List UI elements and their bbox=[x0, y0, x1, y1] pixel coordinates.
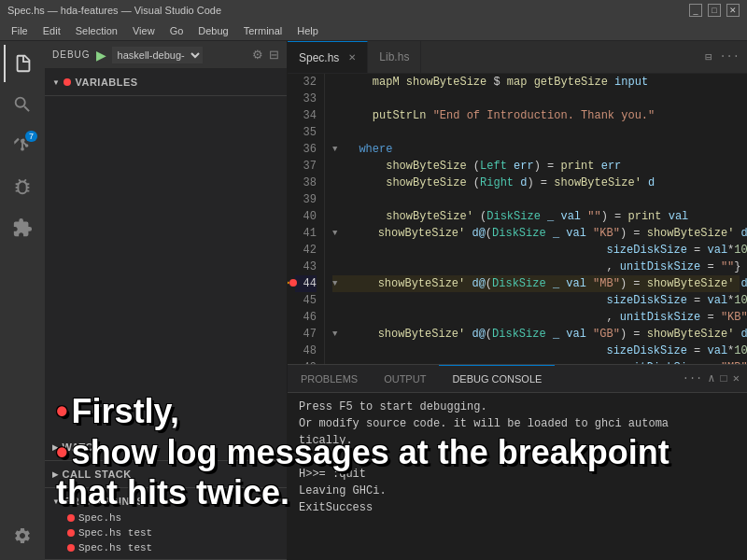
menu-bar: File Edit Selection View Go Debug Termin… bbox=[0, 21, 747, 41]
terminal-line-3: tically. bbox=[299, 432, 736, 449]
variables-label: VARIABLES bbox=[75, 77, 137, 88]
variables-triangle: ▼ bbox=[52, 78, 60, 87]
terminal-line-5: H>>= :quit bbox=[299, 466, 736, 483]
menu-go[interactable]: Go bbox=[162, 23, 191, 38]
variables-header[interactable]: ▼ VARIABLES bbox=[52, 73, 279, 91]
debug-config-select[interactable]: haskell-debug- bbox=[112, 47, 203, 63]
debug-play-button[interactable]: ▶ bbox=[96, 48, 106, 63]
tab-lib-hs[interactable]: Lib.hs bbox=[368, 41, 421, 73]
menu-debug[interactable]: Debug bbox=[190, 23, 235, 38]
code-line-37: showByteSize (Left err) = print err bbox=[332, 158, 740, 175]
activity-git[interactable]: 7 bbox=[4, 127, 41, 164]
call-stack-label: CALL STACK bbox=[63, 469, 132, 480]
panel-menu-icon[interactable]: ··· bbox=[683, 372, 703, 385]
bp-label-1: Spec.hs bbox=[78, 512, 121, 524]
breakpoint-item-3[interactable]: Spec.hs test bbox=[52, 540, 279, 555]
code-line-48: sizeDiskSize = val*1024 bbox=[332, 343, 740, 359]
panel-tab-debug-console[interactable]: DEBUG CONSOLE bbox=[439, 365, 555, 392]
watch-label: WATCH bbox=[63, 441, 102, 453]
bp-dot-2 bbox=[67, 529, 75, 537]
activity-search[interactable] bbox=[4, 86, 41, 123]
line-48: 48 bbox=[295, 343, 317, 359]
line-41: 41 bbox=[295, 225, 317, 242]
title-text: Spec.hs — hda-features — Visual Studio C… bbox=[7, 5, 221, 16]
watch-header[interactable]: ▶ WATCH bbox=[52, 438, 279, 456]
activity-debug[interactable] bbox=[4, 168, 41, 205]
code-line-42: sizeDiskSize = val*1024 bbox=[332, 242, 740, 259]
panel-tabs: PROBLEMS OUTPUT DEBUG CONSOLE ··· ∧ □ ✕ bbox=[288, 365, 747, 393]
close-button[interactable]: ✕ bbox=[726, 4, 740, 17]
tab-spacer bbox=[421, 41, 698, 73]
terminal-line-1: Press F5 to start debugging. bbox=[299, 399, 736, 415]
variables-panel: ▼ VARIABLES bbox=[45, 69, 287, 96]
panel-tab-problems[interactable]: PROBLEMS bbox=[288, 365, 371, 392]
tab-spec-hs[interactable]: Spec.hs ✕ bbox=[288, 41, 368, 73]
breakpoint-item-1[interactable]: Spec.hs bbox=[52, 511, 279, 525]
debug-toolbar: DEBUG ▶ haskell-debug- ⚙ ⊟ bbox=[45, 41, 287, 69]
watch-triangle: ▶ bbox=[52, 443, 59, 452]
tab-lib-hs-label: Lib.hs bbox=[379, 50, 409, 63]
variables-dot bbox=[63, 78, 71, 86]
menu-terminal[interactable]: Terminal bbox=[236, 23, 290, 38]
panel-up-icon[interactable]: ∧ bbox=[708, 371, 714, 385]
activity-settings[interactable] bbox=[4, 517, 41, 554]
code-line-34: putStrLn "End of Introduction. Thank you… bbox=[332, 107, 740, 124]
code-line-32: mapM showByteSize $ map getByteSize inpu… bbox=[332, 74, 740, 91]
call-stack-header[interactable]: ▶ CALL STACK bbox=[52, 465, 279, 483]
tab-icons: ⊟ ··· bbox=[698, 41, 747, 73]
menu-view[interactable]: View bbox=[125, 23, 162, 38]
activity-bar: 7 bbox=[0, 41, 45, 560]
debug-settings-icon[interactable]: ⚙ bbox=[252, 48, 263, 62]
bp-dot-3 bbox=[67, 544, 75, 552]
panel-close-icon[interactable]: ✕ bbox=[733, 371, 740, 385]
line-45: 45 bbox=[295, 292, 317, 309]
line-39: 39 bbox=[295, 191, 317, 208]
maximize-button[interactable]: □ bbox=[708, 4, 721, 17]
line-47: 47 bbox=[295, 326, 317, 343]
bottom-panel: PROBLEMS OUTPUT DEBUG CONSOLE ··· ∧ □ ✕ … bbox=[288, 364, 747, 560]
breakpoints-header[interactable]: ▼ BREAKPOINTS bbox=[52, 492, 279, 511]
main-layout: 7 DEBUG ▶ haskell-debug- ⚙ ⊟ ▼ bbox=[0, 41, 747, 560]
watch-panel: ▶ WATCH bbox=[45, 434, 287, 461]
terminal-line-2: Or modify source code. it will be loaded… bbox=[299, 415, 736, 432]
tab-spec-hs-close[interactable]: ✕ bbox=[348, 52, 356, 63]
code-line-38: showByteSize (Right d) = showByteSize' d bbox=[332, 175, 740, 191]
code-line-49: , unitDiskSize = "MB"} bbox=[332, 359, 740, 364]
code-line-45: sizeDiskSize = val*1024 bbox=[332, 292, 740, 309]
debug-label: DEBUG bbox=[52, 49, 91, 60]
terminal-line-6: Leaving GHCi. bbox=[299, 483, 736, 499]
line-40: 40 bbox=[295, 208, 317, 225]
debug-layout-icon[interactable]: ⊟ bbox=[269, 48, 279, 62]
window-controls[interactable]: _ □ ✕ bbox=[689, 4, 740, 17]
git-badge: 7 bbox=[25, 131, 37, 142]
breakpoint-item-2[interactable]: Spec.hs test bbox=[52, 525, 279, 540]
terminal-line-7: ExitSuccess bbox=[299, 499, 736, 516]
breakpoints-panel: ▼ BREAKPOINTS Spec.hs Spec.hs test Spec.… bbox=[45, 488, 287, 560]
line-43: 43 bbox=[295, 259, 317, 275]
activity-files[interactable] bbox=[4, 45, 41, 82]
call-stack-triangle: ▶ bbox=[52, 470, 59, 479]
code-editor[interactable]: 32 33 34 35 36 37 38 39 40 41 42 43 ⮕ 44 bbox=[288, 74, 747, 364]
bp-dot-1 bbox=[67, 514, 75, 522]
variables-content bbox=[45, 96, 287, 434]
panel-icons: ··· ∧ □ ✕ bbox=[675, 371, 747, 385]
panel-maximize-icon[interactable]: □ bbox=[721, 372, 727, 385]
menu-edit[interactable]: Edit bbox=[35, 23, 68, 38]
panel-tab-output[interactable]: OUTPUT bbox=[371, 365, 439, 392]
code-line-43: , unitDiskSize = ""} bbox=[332, 259, 740, 275]
menu-selection[interactable]: Selection bbox=[68, 23, 125, 38]
bp-label-3: Spec.hs test bbox=[78, 542, 152, 553]
line-44: ⮕ 44 bbox=[295, 275, 317, 292]
title-bar: Spec.hs — hda-features — Visual Studio C… bbox=[0, 0, 747, 21]
code-line-33 bbox=[332, 91, 740, 107]
minimize-button[interactable]: _ bbox=[689, 4, 702, 17]
menu-file[interactable]: File bbox=[4, 23, 35, 38]
split-editor-icon[interactable]: ⊟ bbox=[705, 50, 712, 64]
code-line-35 bbox=[332, 124, 740, 141]
more-actions-icon[interactable]: ··· bbox=[719, 50, 740, 63]
menu-help[interactable]: Help bbox=[289, 23, 326, 38]
line-38: 38 bbox=[295, 175, 317, 191]
activity-extensions[interactable] bbox=[4, 209, 41, 246]
editor-area: Spec.hs ✕ Lib.hs ⊟ ··· 32 33 34 35 36 bbox=[288, 41, 747, 560]
terminal-content: Press F5 to start debugging. Or modify s… bbox=[288, 393, 747, 560]
